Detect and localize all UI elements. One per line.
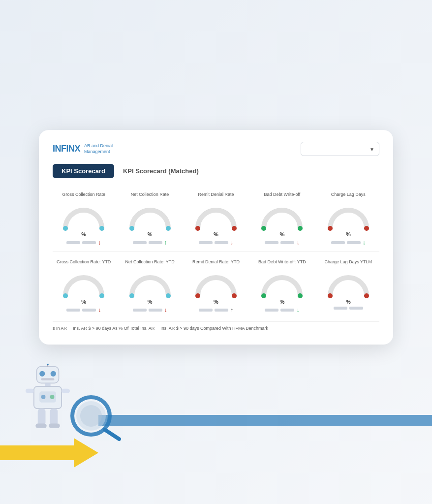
kpi-label-bad-debt-write-off-ytd: Bad Debt Write-off: YTD xyxy=(258,259,306,271)
gauge-net-collection-rate xyxy=(128,206,172,230)
logo: INFINX xyxy=(53,144,80,154)
trend-row: ↓ xyxy=(265,307,299,314)
svg-point-9 xyxy=(41,395,46,399)
svg-rect-13 xyxy=(38,409,46,425)
kpi-label-gross-collection-rate-ytd: Gross Collection Rate: YTD xyxy=(57,259,111,271)
svg-rect-15 xyxy=(35,424,47,428)
trend-bar xyxy=(265,309,278,312)
kpi-label-gross-collection-rate: Gross Collection Rate xyxy=(62,192,105,204)
trend-bar xyxy=(133,309,147,312)
kpi-cell-charge-lag-days: Charge Lag Days%↓ xyxy=(317,188,379,249)
trend-row: ↑ xyxy=(199,307,233,314)
logo-infinx: INFINX xyxy=(53,144,80,154)
dropdown-wrapper[interactable] xyxy=(301,142,379,156)
trend-arrow: ↓ xyxy=(296,239,299,246)
svg-point-1 xyxy=(39,371,45,377)
kpi-label-net-collection-rate: Net Collection Rate xyxy=(131,192,169,204)
trend-arrow: ↑ xyxy=(230,307,233,314)
gauge-bad-debt-write-off-ytd xyxy=(260,273,304,298)
logo-text: INFINX xyxy=(53,144,80,154)
trend-bar xyxy=(280,309,294,312)
trend-row: ↓ xyxy=(66,307,101,314)
kpi-cell-bad-debt-write-off-ytd: Bad Debt Write-off: YTD%↓ xyxy=(251,255,313,316)
gauge-remit-denial-rate xyxy=(194,206,238,230)
kpi-grid-row1: Gross Collection Rate%↓Net Collection Ra… xyxy=(53,188,379,249)
trend-bar xyxy=(349,307,363,310)
blue-line-decoration xyxy=(98,413,432,428)
trend-bar xyxy=(82,309,96,312)
svg-rect-11 xyxy=(26,389,34,393)
gauge-remit-denial-rate-ytd xyxy=(194,273,238,298)
logo-subtitle: AR and Denial Management xyxy=(84,143,113,155)
svg-rect-6 xyxy=(45,383,50,386)
page-wrapper: INFINX AR and Denial Management KPI xyxy=(0,0,432,504)
gauge-gross-collection-rate-ytd xyxy=(62,273,106,298)
svg-point-10 xyxy=(50,395,55,399)
trend-arrow: ↓ xyxy=(98,307,101,314)
trend-bar xyxy=(280,241,294,244)
trend-bar xyxy=(331,241,345,244)
svg-point-5 xyxy=(47,364,49,365)
trend-bar xyxy=(149,241,162,244)
kpi-label-charge-lag-days: Charge Lag Days xyxy=(331,192,366,204)
gauge-value-charge-lag-days: % xyxy=(346,231,351,237)
svg-rect-14 xyxy=(50,409,58,425)
kpi-cell-remit-denial-rate: Remit Denial Rate%↓ xyxy=(185,188,247,249)
gauge-value-gross-collection-rate: % xyxy=(81,231,86,237)
header: INFINX AR and Denial Management xyxy=(53,142,379,156)
trend-row: ↓ xyxy=(66,239,101,246)
kpi-cell-charge-lag-days-ytlm: Charge Lag Days YTLM% xyxy=(317,255,379,316)
gauge-value-bad-debt-write-off: % xyxy=(280,231,285,237)
gauge-value-remit-denial-rate: % xyxy=(214,231,218,237)
trend-bar xyxy=(199,309,213,312)
trend-bar xyxy=(265,241,278,244)
bottom-labels: s In ARIns. AR $ > 90 days As % Of Total… xyxy=(53,321,379,331)
section-separator xyxy=(53,251,379,252)
gauge-value-remit-denial-rate-ytd: % xyxy=(214,299,218,305)
trend-bar xyxy=(66,309,80,312)
trend-row: ↓ xyxy=(133,307,167,314)
tab-kpi-scorecard[interactable]: KPI Scorecard xyxy=(53,164,114,178)
bottom-label-item: Ins. AR $ > 90 days Compared With HFMA B… xyxy=(160,326,268,331)
trend-row: ↓ xyxy=(199,239,233,246)
tab-kpi-scorecard-matched[interactable]: KPI Scorecard (Matched) xyxy=(114,164,208,178)
bottom-label-item: s In AR xyxy=(53,326,67,331)
kpi-label-remit-denial-rate: Remit Denial Rate xyxy=(198,192,234,204)
trend-arrow: ↓ xyxy=(230,239,233,246)
kpi-cell-remit-denial-rate-ytd: Remit Denial Rate: YTD%↑ xyxy=(185,255,247,316)
trend-bar xyxy=(347,241,361,244)
svg-point-19 xyxy=(80,405,102,427)
kpi-cell-gross-collection-rate: Gross Collection Rate%↓ xyxy=(53,188,115,249)
filter-dropdown[interactable] xyxy=(301,142,379,156)
trend-arrow: ↓ xyxy=(98,239,101,246)
kpi-cell-gross-collection-rate-ytd: Gross Collection Rate: YTD%↓ xyxy=(53,255,115,316)
tabs-container: KPI Scorecard KPI Scorecard (Matched) xyxy=(53,164,379,178)
gauge-bad-debt-write-off xyxy=(260,206,304,230)
kpi-label-net-collection-rate-ytd: Net Collection Rate: YTD xyxy=(125,259,174,271)
gauge-charge-lag-days-ytlm xyxy=(326,273,370,298)
svg-rect-12 xyxy=(62,389,70,393)
trend-bar xyxy=(199,241,213,244)
kpi-label-charge-lag-days-ytlm: Charge Lag Days YTLM xyxy=(325,259,372,271)
trend-row: ↓ xyxy=(331,239,366,246)
kpi-cell-bad-debt-write-off: Bad Debt Write-off%↓ xyxy=(251,188,313,249)
kpi-grid-row2: Gross Collection Rate: YTD%↓Net Collecti… xyxy=(53,255,379,316)
gauge-gross-collection-rate xyxy=(62,206,106,230)
trend-row: ↑ xyxy=(133,239,167,246)
kpi-cell-net-collection-rate-ytd: Net Collection Rate: YTD%↓ xyxy=(119,255,181,316)
trend-arrow: ↓ xyxy=(363,239,366,246)
gauge-value-net-collection-rate-ytd: % xyxy=(148,299,153,305)
trend-bar xyxy=(149,309,162,312)
trend-bar xyxy=(133,241,147,244)
svg-rect-16 xyxy=(49,424,60,428)
svg-line-20 xyxy=(105,430,119,439)
svg-rect-3 xyxy=(41,378,55,380)
gauge-value-bad-debt-write-off-ytd: % xyxy=(280,299,285,305)
gauge-value-gross-collection-rate-ytd: % xyxy=(81,299,86,305)
dashboard-card: INFINX AR and Denial Management KPI xyxy=(39,130,393,345)
trend-arrow: ↓ xyxy=(164,307,167,314)
trend-bar xyxy=(215,241,228,244)
bottom-label-item: Ins. AR $ > 90 days As % Of Total Ins. A… xyxy=(73,326,154,331)
trend-arrow: ↓ xyxy=(296,307,299,314)
trend-arrow: ↑ xyxy=(164,239,167,246)
